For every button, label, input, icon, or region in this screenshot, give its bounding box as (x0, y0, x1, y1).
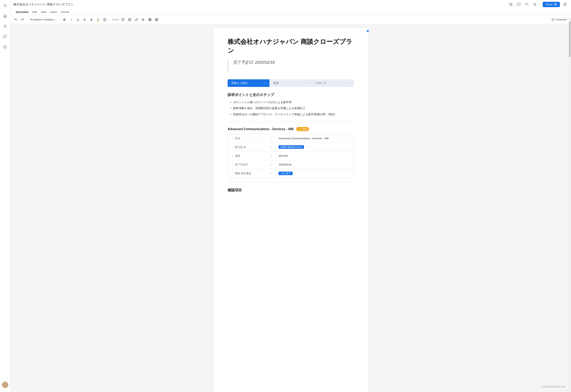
svg-rect-19 (156, 18, 158, 21)
value-amount: ¥49,300 (275, 152, 354, 159)
account-link[interactable]: 新興不動産株式会社 (279, 145, 304, 149)
undo-toolbar-button[interactable] (13, 17, 19, 23)
table-row-owner: ⋮ 商談 担当者名 ▾ 小山 恵子 (228, 169, 354, 178)
flash-button[interactable] (140, 17, 146, 23)
drag-handle-account: ⋮ (231, 145, 234, 149)
star-icon[interactable] (508, 1, 514, 7)
menu-document[interactable]: Document (14, 10, 30, 14)
toolbar-divider-2 (60, 18, 60, 22)
underline-button[interactable]: U (75, 17, 81, 23)
last-updated: Last updated just now (542, 385, 565, 388)
checkbox-insert-button[interactable] (120, 17, 126, 23)
bullet-item-3: 長期見込みへの継続アプローチ、ナーチャリング実施による案件増(新分野、既存) (233, 112, 354, 116)
svg-rect-8 (104, 18, 106, 21)
status-label-quotation: 見積もり提出 (231, 81, 248, 85)
italic-button[interactable]: I (68, 17, 74, 23)
owner-link[interactable]: 小山 恵子 (279, 172, 293, 175)
share-dropdown-icon[interactable] (532, 1, 540, 7)
heading-label: Medium Heading (34, 18, 53, 21)
table-row-amount: ⋮ 金額 ▾ ¥49,300 (228, 152, 354, 160)
value-account: 新興不動産株式会社 (275, 144, 354, 151)
image-insert-button[interactable] (127, 17, 133, 23)
chevron-close-date: ▾ (271, 163, 272, 166)
badge-label: 商談 (302, 127, 307, 131)
value-close-date: 2020/02/18 (275, 161, 354, 168)
chevron-account: ▾ (271, 146, 272, 148)
scrollbar-thumb[interactable] (569, 21, 571, 57)
embed-button[interactable] (102, 17, 108, 23)
status-label-negotiation: 交渉 (273, 81, 279, 85)
heading-selector[interactable]: H₂ Medium Heading (29, 17, 58, 22)
table-button[interactable] (154, 17, 160, 23)
user-avatar[interactable] (2, 382, 8, 388)
label-close-date: ⋮ 完了予定日 ▾ (228, 161, 275, 168)
menu-format[interactable]: Format (59, 10, 70, 14)
font-color-button[interactable]: A (88, 17, 94, 23)
undo-icon[interactable] (524, 1, 529, 7)
insert-label: Insert: (112, 18, 119, 21)
content-area: 株式会社オハナジャパン 商談クローズプラン 完了予定日: 2020/02/18 … (10, 24, 571, 392)
top-bar-actions: Share 2 (508, 1, 568, 7)
add-comment-button[interactable]: Comment (550, 17, 569, 22)
card-title: Advanced Communications - Services - 49K (228, 127, 294, 131)
completion-date: 完了予定日: 2020/02/18 (230, 60, 275, 65)
value-owner: 小山 恵子 (275, 170, 354, 177)
menu-insert[interactable]: Insert (49, 10, 58, 14)
drag-handle-amount: ⋮ (231, 154, 234, 158)
share-button[interactable]: Share 2 (543, 2, 560, 7)
status-bar: 見積もり提出 交渉 クローズ (228, 79, 354, 87)
highlight-button[interactable]: A (95, 17, 101, 23)
section-divider-1 (228, 122, 354, 122)
menu-edit[interactable]: Edit (31, 10, 39, 14)
document-page: 株式会社オハナジャパン 商談クローズプラン 完了予定日: 2020/02/18 … (213, 28, 368, 392)
link-insert-button[interactable] (133, 17, 139, 23)
strikethrough-button[interactable]: S (82, 17, 88, 23)
status-label-close: クローズ (315, 81, 327, 85)
label-subject: ⋮ 件名 ▾ (228, 135, 275, 142)
comment-label: Comment (556, 18, 567, 21)
svg-marker-2 (510, 3, 513, 6)
sidebar-search-icon[interactable] (2, 2, 8, 9)
bullet-item-2: 顧客理解を進め、課題解決型の提案を実施による単価向上 (233, 106, 354, 110)
value-subject: Advanced Communications - Services - 49K (275, 135, 354, 142)
drag-handle-close-date: ⋮ (231, 163, 234, 166)
status-item-close[interactable]: クローズ (312, 79, 354, 87)
drag-handle-owner: ⋮ (231, 172, 234, 175)
doc-title: 株式会社オハナジャパン 商談クローズプラン (14, 2, 74, 6)
redo-toolbar-button[interactable] (19, 17, 25, 23)
chevron-amount: ▾ (271, 155, 272, 157)
bullet-list: ポテンシャル層へのリソース注力による案件増 顧客理解を進め、課題解決型の提案を実… (228, 100, 354, 116)
sidebar-home-icon[interactable] (2, 13, 8, 19)
edit-pencil-icon[interactable] (562, 1, 568, 7)
table-row-close-date: ⋮ 完了予定日 ▾ 2020/02/18 (228, 160, 354, 169)
scrollbar[interactable] (569, 17, 571, 392)
toolbar: H₂ Medium Heading B I U S A A Insert: (10, 15, 571, 24)
bold-button[interactable]: B (61, 17, 67, 23)
main-area: 株式会社オハナジャパン 商談クローズプラン Share 2 (10, 0, 571, 392)
comment-circle-icon[interactable] (516, 1, 522, 7)
svg-rect-14 (149, 18, 151, 21)
svg-line-1 (6, 6, 6, 7)
blue-dot-indicator (367, 30, 369, 32)
data-table: ⋮ 件名 ▾ Advanced Communications - Service… (228, 134, 354, 178)
label-amount: ⋮ 金額 ▾ (228, 152, 275, 160)
table-alt-button[interactable] (147, 17, 153, 23)
sidebar-check-icon[interactable] (2, 44, 8, 50)
status-item-negotiation[interactable]: 交渉 (270, 79, 312, 87)
chevron-subject: ▾ (271, 137, 272, 140)
toolbar-divider-3 (109, 18, 110, 22)
toolbar-divider-1 (27, 18, 27, 22)
section-title-1: 訴求ポイントと次のステップ (228, 92, 354, 97)
menu-bar: Document Edit View Insert Format (14, 9, 568, 15)
section-divider-2 (228, 183, 354, 183)
drag-handle-subject: ⋮ (231, 137, 234, 140)
svg-marker-13 (142, 18, 144, 21)
menu-view[interactable]: View (39, 10, 48, 14)
status-item-quotation[interactable]: 見積もり提出 (228, 79, 270, 87)
card-badge: 👑 商談 (296, 127, 309, 131)
top-bar: 株式会社オハナジャパン 商談クローズプラン Share 2 (10, 0, 571, 15)
sidebar-bell-icon[interactable] (2, 23, 8, 29)
chevron-owner: ▾ (271, 172, 272, 175)
sidebar-chat-icon[interactable] (2, 33, 8, 40)
table-row-subject: ⋮ 件名 ▾ Advanced Communications - Service… (228, 134, 354, 143)
